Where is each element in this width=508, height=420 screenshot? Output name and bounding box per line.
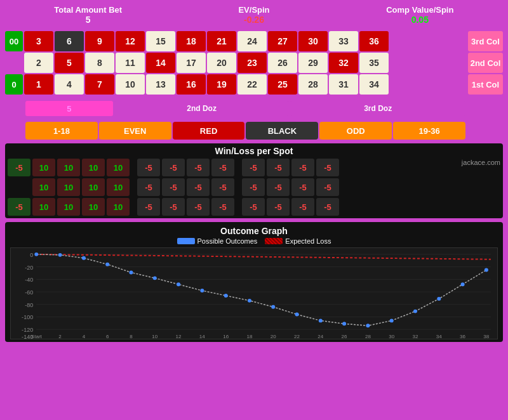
- grid-row-2: 2 5 8 11 14 17 20 23 26 29 32 35: [24, 53, 467, 73]
- svg-point-33: [437, 297, 441, 301]
- cell-9[interactable]: 9: [85, 31, 114, 51]
- grid-row-1: 3 6 9 12 15 18 21 24 27 30 33 36: [24, 31, 467, 51]
- third-col-label[interactable]: 3rd Col: [468, 31, 503, 51]
- stats-row: Total Amount Bet 5 EV/Spin -0.26 Comp Va…: [5, 5, 503, 25]
- first-dozen[interactable]: 5: [25, 101, 113, 116]
- wl-r2c3: 10: [82, 178, 105, 196]
- svg-text:34: 34: [436, 334, 443, 339]
- legend-possible-box: [177, 238, 195, 244]
- single-zero[interactable]: 0: [5, 74, 23, 95]
- cell-28[interactable]: 28: [298, 74, 328, 95]
- svg-text:-60: -60: [25, 289, 33, 296]
- svg-text:24: 24: [318, 334, 324, 339]
- cell-18[interactable]: 18: [177, 31, 206, 51]
- svg-text:-100: -100: [22, 315, 33, 321]
- dozen-row: 5 2nd Doz 3rd Doz: [5, 101, 503, 116]
- second-col-label[interactable]: 2nd Col: [468, 53, 503, 73]
- cell-6[interactable]: 6: [55, 31, 84, 51]
- graph-section: Outcome Graph Possible Outcomes Expected…: [5, 222, 503, 342]
- roulette-table: 00 0 3 6 9 12 15 18 21 24 27 30 33 36: [5, 31, 503, 95]
- svg-text:26: 26: [342, 334, 348, 339]
- svg-point-30: [366, 324, 370, 327]
- cell-13[interactable]: 13: [146, 74, 175, 95]
- wl-r3c2: 10: [57, 198, 80, 216]
- cell-23[interactable]: 23: [237, 53, 267, 73]
- cell-17[interactable]: 17: [177, 53, 206, 73]
- outcome-graph-svg: 0 -20 -40 -60 -80 -100 -120 -140: [11, 248, 497, 339]
- cell-12[interactable]: 12: [116, 31, 145, 51]
- svg-text:28: 28: [365, 334, 371, 339]
- cell-30[interactable]: 30: [298, 31, 328, 51]
- svg-point-35: [485, 268, 488, 272]
- svg-text:-20: -20: [25, 265, 33, 271]
- cell-22[interactable]: 22: [237, 74, 267, 95]
- wl-r1c12: -5: [316, 159, 339, 176]
- winloss-main-grid: 10 10 10 10 -5 -5 -5 -5 -5 -5 -5 -5: [32, 159, 460, 216]
- cell-11[interactable]: 11: [116, 53, 145, 73]
- first-col-label[interactable]: 1st Col: [468, 74, 503, 95]
- cell-3[interactable]: 3: [24, 31, 53, 51]
- number-grid: 3 6 9 12 15 18 21 24 27 30 33 36 2 5 8 1…: [24, 31, 467, 95]
- cell-19[interactable]: 19: [207, 74, 236, 95]
- cell-5[interactable]: 5: [55, 53, 84, 73]
- cell-16[interactable]: 16: [177, 74, 206, 95]
- wl-r2c4: 10: [107, 178, 130, 196]
- svg-point-18: [82, 256, 86, 260]
- cell-15[interactable]: 15: [146, 31, 175, 51]
- total-bet-value: 5: [5, 15, 171, 25]
- third-dozen[interactable]: 3rd Doz: [290, 101, 465, 116]
- second-dozen[interactable]: 2nd Doz: [114, 101, 290, 116]
- svg-text:38: 38: [483, 334, 490, 339]
- cell-35[interactable]: 35: [359, 53, 389, 73]
- grid-row-3: 1 4 7 10 13 16 19 22 25 28 31 34: [24, 74, 467, 95]
- total-bet-block: Total Amount Bet 5: [5, 5, 171, 25]
- winloss-section: Win/Loss per Spot -5 -5 10 10 10 10 -5 -…: [5, 143, 503, 218]
- double-zero[interactable]: 00: [5, 31, 23, 51]
- cell-29[interactable]: 29: [298, 53, 328, 73]
- svg-text:Start: Start: [31, 334, 43, 339]
- cell-4[interactable]: 4: [55, 74, 84, 95]
- wl-r1c7: -5: [187, 159, 210, 176]
- wl-r1c10: -5: [267, 159, 290, 176]
- cell-21[interactable]: 21: [207, 31, 236, 51]
- bet-even[interactable]: EVEN: [99, 122, 171, 140]
- wl-row-2: 10 10 10 10 -5 -5 -5 -5 -5 -5 -5 -5: [32, 178, 460, 196]
- bet-1-18[interactable]: 1-18: [25, 122, 98, 140]
- cell-14[interactable]: 14: [146, 53, 175, 73]
- bet-black[interactable]: BLACK: [246, 122, 318, 140]
- wl-r2c7: -5: [187, 178, 210, 196]
- cell-26[interactable]: 26: [268, 53, 297, 73]
- wl-r3c11: -5: [291, 198, 314, 216]
- wl-r3c12: -5: [316, 198, 339, 216]
- wl-r3c9: -5: [242, 198, 265, 216]
- cell-7[interactable]: 7: [85, 74, 114, 95]
- wl-left-top: -5: [8, 159, 30, 176]
- svg-point-27: [295, 313, 299, 317]
- cell-36[interactable]: 36: [359, 31, 389, 51]
- svg-point-24: [224, 294, 228, 298]
- cell-27[interactable]: 27: [268, 31, 297, 51]
- cell-10[interactable]: 10: [116, 74, 145, 95]
- legend-expected: Expected Loss: [265, 237, 331, 245]
- cell-32[interactable]: 32: [329, 53, 358, 73]
- cell-34[interactable]: 34: [359, 74, 389, 95]
- cell-31[interactable]: 31: [329, 74, 358, 95]
- bet-odd[interactable]: ODD: [319, 122, 392, 140]
- cell-20[interactable]: 20: [207, 53, 236, 73]
- cell-25[interactable]: 25: [268, 74, 297, 95]
- cell-8[interactable]: 8: [85, 53, 114, 73]
- svg-text:32: 32: [413, 334, 419, 339]
- svg-text:14: 14: [199, 334, 206, 339]
- cell-24[interactable]: 24: [237, 31, 267, 51]
- zero-column: 00 0: [5, 31, 23, 95]
- cell-1[interactable]: 1: [24, 74, 53, 95]
- bet-19-36[interactable]: 19-36: [393, 122, 465, 140]
- wl-r2c8: -5: [211, 178, 234, 196]
- svg-text:20: 20: [271, 334, 277, 339]
- svg-text:18: 18: [246, 334, 253, 339]
- cell-33[interactable]: 33: [329, 31, 358, 51]
- svg-point-32: [413, 310, 417, 313]
- cell-2[interactable]: 2: [24, 53, 53, 73]
- bet-red[interactable]: RED: [173, 122, 245, 140]
- svg-point-25: [248, 299, 251, 303]
